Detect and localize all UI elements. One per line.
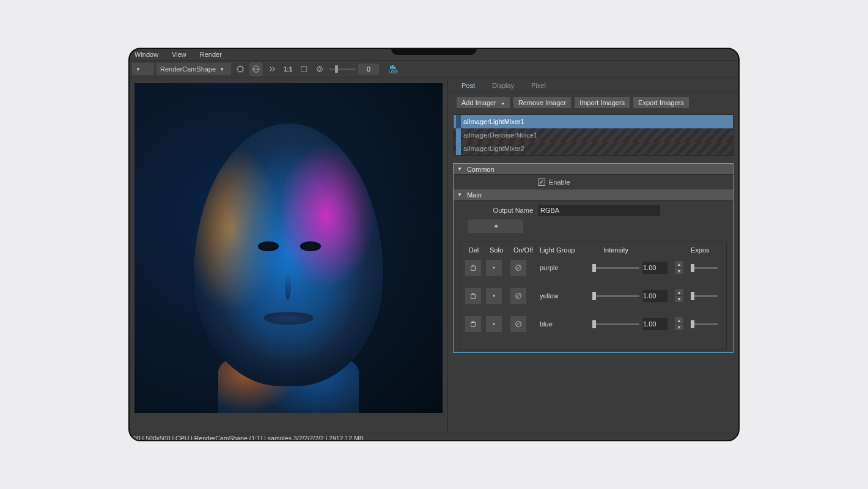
exposure-slider[interactable]: [691, 323, 718, 325]
section-common-header[interactable]: ▼ Common: [454, 164, 733, 175]
intensity-spinner[interactable]: ▲ ▼: [675, 289, 683, 303]
intensity-value[interactable]: [643, 262, 668, 274]
imager-layer[interactable]: aiImagerLightMixer2: [454, 142, 733, 155]
svg-rect-6: [390, 65, 391, 69]
light-row: purple ▲ ▼: [465, 260, 721, 276]
solo-light-button[interactable]: [486, 288, 502, 304]
col-onoff: On/Off: [510, 246, 536, 254]
device-notch: [391, 48, 477, 55]
light-row: yellow ▲ ▼: [465, 288, 721, 304]
solo-light-button[interactable]: [486, 260, 502, 276]
intensity-slider[interactable]: [592, 323, 639, 325]
aperture-icon[interactable]: [313, 62, 326, 76]
exposure-slider[interactable]: [691, 267, 718, 269]
enable-label: Enable: [549, 178, 570, 186]
panel-body: Add Imager ▼ Remove Imager Import Imager…: [448, 92, 738, 433]
menu-view[interactable]: View: [172, 51, 186, 58]
layer-handle[interactable]: [456, 128, 461, 142]
ratio-label[interactable]: 1:1: [281, 62, 295, 76]
intensity-value[interactable]: [643, 290, 668, 302]
layer-handle[interactable]: [456, 142, 461, 155]
layer-label: aiImagerLightMixer2: [463, 145, 524, 152]
status-bar: 00 | 500x500 | CPU | RenderCamShape (1:1…: [130, 433, 738, 441]
toggle-light-button[interactable]: [510, 316, 526, 332]
delete-light-button[interactable]: [465, 288, 481, 304]
triangle-down-icon: ▼: [457, 192, 462, 197]
solo-light-button[interactable]: [486, 316, 502, 332]
spinner-up-icon[interactable]: ▲: [675, 261, 683, 267]
exposure-value[interactable]: 0: [358, 64, 379, 75]
log-label: LOG: [388, 70, 397, 74]
toggle-light-button[interactable]: [510, 288, 526, 304]
intensity-value[interactable]: [643, 318, 668, 330]
imager-button-row: Add Imager ▼ Remove Imager Import Imager…: [457, 97, 734, 108]
panel-tabs: Post Display Pixel: [448, 78, 738, 92]
spinner-down-icon[interactable]: ▼: [675, 324, 683, 330]
svg-point-0: [238, 67, 243, 72]
render-viewport[interactable]: [130, 78, 447, 433]
section-main-title: Main: [467, 191, 482, 199]
exposure-slider[interactable]: [329, 68, 356, 70]
toggle-light-button[interactable]: [510, 260, 526, 276]
add-imager-label: Add Imager: [462, 99, 496, 106]
render-output: [134, 83, 443, 413]
light-group-name: yellow: [540, 292, 589, 300]
intensity-spinner[interactable]: ▲ ▼: [675, 317, 683, 331]
layer-handle[interactable]: [456, 115, 461, 128]
svg-point-15: [493, 323, 495, 325]
section-main-body: Output Name ✦ Del Solo: [454, 200, 733, 352]
picker-icon: ✦: [493, 222, 499, 230]
crop-region-icon[interactable]: [297, 62, 311, 76]
tab-post[interactable]: Post: [453, 79, 484, 92]
chevron-down-icon: ▼: [136, 67, 141, 72]
add-imager-button[interactable]: Add Imager ▼: [457, 97, 510, 108]
import-imagers-button[interactable]: Import Imagers: [575, 97, 630, 108]
tab-display[interactable]: Display: [484, 79, 523, 92]
svg-point-5: [317, 67, 323, 72]
intensity-spinner[interactable]: ▲ ▼: [675, 261, 683, 274]
imager-properties: ▼ Common ✓ Enable ▼ Main: [453, 163, 734, 353]
svg-line-17: [517, 322, 521, 326]
export-imagers-button[interactable]: Export Imagers: [633, 97, 689, 108]
render-icon[interactable]: [234, 62, 247, 76]
camera-dropdown[interactable]: RenderCamShape ▼: [156, 63, 231, 75]
svg-line-11: [517, 266, 521, 270]
light-group-name: purple: [540, 264, 589, 271]
intensity-slider[interactable]: [592, 267, 639, 269]
exposure-slider[interactable]: [691, 295, 718, 297]
light-group-name: blue: [540, 320, 589, 328]
log-display-icon[interactable]: LOG: [386, 62, 400, 76]
menu-window[interactable]: Window: [134, 51, 158, 58]
imager-layer-list: aiImagerLightMixer1 aiImagerDenoiserNoic…: [453, 114, 734, 156]
col-group: Light Group: [540, 246, 589, 254]
intensity-slider[interactable]: [592, 295, 639, 297]
imager-layer[interactable]: aiImagerLightMixer1: [454, 115, 733, 128]
remove-imager-button[interactable]: Remove Imager: [513, 97, 571, 108]
app-window: Window View Render ▼ RenderCamShape ▼ RG…: [128, 48, 740, 441]
pick-light-button[interactable]: ✦: [468, 219, 523, 233]
light-table-header: Del Solo On/Off Light Group Intensity Ex…: [465, 246, 721, 254]
channel-rgb-icon[interactable]: RGB: [249, 62, 263, 76]
triangle-down-icon: ▼: [457, 166, 462, 172]
col-exposure: Expos: [691, 246, 721, 254]
renderer-dropdown[interactable]: ▼: [132, 63, 154, 75]
camera-dropdown-label: RenderCamShape: [160, 65, 216, 73]
col-solo: Solo: [486, 246, 507, 254]
section-main-header[interactable]: ▼ Main: [454, 189, 733, 200]
enable-checkbox[interactable]: ✓: [538, 178, 545, 186]
imager-layer[interactable]: aiImagerDenoiserNoice1: [454, 128, 733, 142]
delete-light-button[interactable]: [465, 316, 481, 332]
spinner-up-icon[interactable]: ▲: [675, 317, 683, 323]
spinner-down-icon[interactable]: ▼: [675, 268, 683, 274]
delete-light-button[interactable]: [465, 260, 481, 276]
output-name-field[interactable]: [538, 205, 660, 216]
isolate-icon[interactable]: [265, 62, 279, 76]
menu-render[interactable]: Render: [200, 51, 222, 58]
status-text: 00 | 500x500 | CPU | RenderCamShape (1:1…: [133, 435, 364, 442]
section-common-body: ✓ Enable: [454, 175, 733, 189]
spinner-up-icon[interactable]: ▲: [675, 289, 683, 295]
spinner-down-icon[interactable]: ▼: [675, 296, 683, 302]
tab-pixel[interactable]: Pixel: [523, 79, 554, 92]
svg-text:RGB: RGB: [253, 68, 259, 71]
svg-point-9: [493, 267, 495, 269]
